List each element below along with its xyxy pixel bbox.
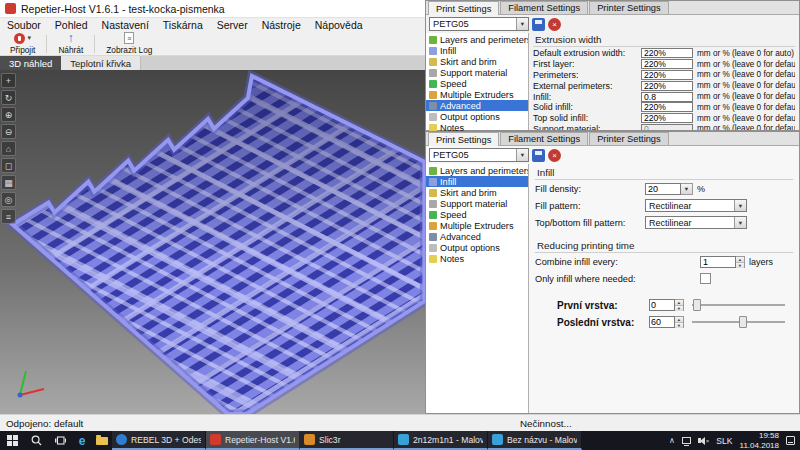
start-button[interactable] [0,431,24,450]
zoom-out-icon[interactable]: ⊖ [1,124,16,139]
fill-density-dropdown-icon[interactable]: ▾ [681,183,693,195]
combine-infill-input[interactable] [700,256,736,268]
rotate-icon[interactable]: ↻ [1,90,16,105]
tree-item-multiple-extruders[interactable]: Multiple Extruders [426,89,528,100]
default-extrusion-width-input[interactable] [641,48,693,58]
upload-label: Náhrát [58,45,83,55]
save-preset-icon[interactable] [532,18,545,31]
upload-button[interactable]: ↑ Náhrát [52,32,89,55]
tree-item-layers-perimeters[interactable]: Layers and perimeters [426,165,528,176]
first-layer-input[interactable] [649,299,675,311]
fill-density-input[interactable] [645,183,681,195]
language-indicator[interactable]: SLK [716,436,732,446]
last-layer-slider[interactable] [692,315,785,329]
3d-viewport[interactable]: + ↻ ⊕ ⊖ ⌂ ◻ ▦ ◎ ≡ [0,70,425,414]
infill-extrusion-input[interactable] [641,92,693,102]
menu-napoveda[interactable]: Nápověda [308,19,370,31]
menu-pohled[interactable]: Pohled [48,19,95,31]
tab-3d-preview[interactable]: 3D náhled [0,56,61,70]
coordinate-axes-indicator [14,365,50,401]
tree-item-infill[interactable]: Infill [426,176,528,187]
slider-handle[interactable] [693,299,701,311]
tree-item-label: Notes [440,254,464,264]
taskbar-window-repetier[interactable]: Repetier-Host V1.6... [206,431,300,450]
first-layer-extrusion-input[interactable] [641,59,693,69]
taskbar-window-slic3r[interactable]: Slic3r [300,431,394,450]
preset-select[interactable]: PETG05 ▾ [429,17,529,31]
tab-filament-settings[interactable]: Filament Settings [500,1,588,14]
support-material-extrusion-input[interactable] [641,124,693,130]
menu-soubor[interactable]: Soubor [0,19,48,31]
perspective-view-icon[interactable]: ◎ [1,192,16,207]
tree-item-skirt-brim[interactable]: Skirt and brim [426,187,528,198]
view-menu-icon[interactable]: ≡ [1,209,16,224]
tray-expand-icon[interactable]: ∧ [669,436,675,445]
file-explorer-button[interactable] [92,431,112,450]
menu-nastaveni[interactable]: Nastavení [95,19,156,31]
top-view-icon[interactable]: ▦ [1,175,16,190]
menu-tiskarna[interactable]: Tiskárna [156,19,210,31]
browser-icon [116,434,127,445]
tree-item-notes[interactable]: Notes [426,253,528,264]
tree-item-output-options[interactable]: Output options [426,111,528,122]
spinner-down-icon[interactable]: ▾ [675,322,683,328]
tree-item-output-options[interactable]: Output options [426,242,528,253]
perimeters-extrusion-input[interactable] [641,70,693,80]
spinner-down-icon[interactable]: ▾ [675,305,683,311]
top-bottom-pattern-select[interactable]: Rectilinear ▾ [645,216,747,229]
zoom-in-icon[interactable]: ⊕ [1,107,16,122]
tree-item-advanced[interactable]: Advanced [426,231,528,242]
tab-print-settings[interactable]: Print Settings [428,1,499,15]
fill-pattern-select[interactable]: Rectilinear ▾ [645,199,747,212]
taskbar-window-rebel[interactable]: REBEL 3D + Odeslat... [112,431,206,450]
show-log-button[interactable]: ≡ Zobrazit Log [100,32,158,55]
taskbar-window-paint-1[interactable]: 2n12m1n1 - Malová... [394,431,488,450]
tab-filament-settings[interactable]: Filament Settings [500,132,588,145]
solid-infill-extrusion-input[interactable] [641,102,693,112]
network-icon[interactable] [682,437,691,444]
delete-preset-icon[interactable]: × [548,18,561,31]
tree-item-multiple-extruders[interactable]: Multiple Extruders [426,220,528,231]
tab-printer-settings[interactable]: Printer Settings [589,132,669,145]
tree-item-infill[interactable]: Infill [426,45,528,56]
tab-temperature-curve[interactable]: Teplotní křivka [61,56,141,70]
taskbar-window-paint-2[interactable]: Bez názvu - Malová... [488,431,582,450]
search-button[interactable] [24,431,48,450]
tree-item-label: Speed [440,79,467,89]
preset-select[interactable]: PETG05 ▾ [429,148,529,162]
delete-preset-icon[interactable]: × [548,149,561,162]
spinner-down-icon[interactable]: ▾ [736,262,744,268]
connect-button[interactable]: ▾ Připojit [4,32,41,55]
slider-handle[interactable] [739,316,747,328]
tab-printer-settings[interactable]: Printer Settings [589,1,669,14]
tree-item-advanced[interactable]: Advanced [426,100,528,111]
extruders-icon [429,91,437,99]
menu-server[interactable]: Server [210,19,255,31]
external-perimeters-extrusion-input[interactable] [641,81,693,91]
front-view-icon[interactable]: ◻ [1,158,16,173]
task-view-button[interactable] [48,431,72,450]
first-layer-slider[interactable] [692,298,785,312]
tree-item-label: Multiple Extruders [440,221,514,231]
action-center-icon[interactable] [786,436,795,445]
top-solid-infill-extrusion-input[interactable] [641,113,693,123]
folder-icon [96,437,108,445]
pan-icon[interactable]: + [1,73,16,88]
home-view-icon[interactable]: ⌂ [1,141,16,156]
tree-item-layers-perimeters[interactable]: Layers and perimeters [426,34,528,45]
tree-item-speed[interactable]: Speed [426,78,528,89]
tree-item-support-material[interactable]: Support material [426,67,528,78]
volume-muted-icon[interactable]: × [698,437,710,445]
tree-item-label: Output options [440,112,500,122]
layers-icon [429,36,437,44]
clock[interactable]: 19:58 11.04.2018 [740,431,779,450]
edge-button[interactable]: e [72,431,92,450]
only-infill-checkbox[interactable] [700,273,711,284]
tree-item-speed[interactable]: Speed [426,209,528,220]
save-preset-icon[interactable] [532,149,545,162]
last-layer-input[interactable] [649,316,675,328]
menu-nastroje[interactable]: Nástroje [255,19,308,31]
tab-print-settings[interactable]: Print Settings [428,132,499,146]
tree-item-support-material[interactable]: Support material [426,198,528,209]
tree-item-skirt-brim[interactable]: Skirt and brim [426,56,528,67]
